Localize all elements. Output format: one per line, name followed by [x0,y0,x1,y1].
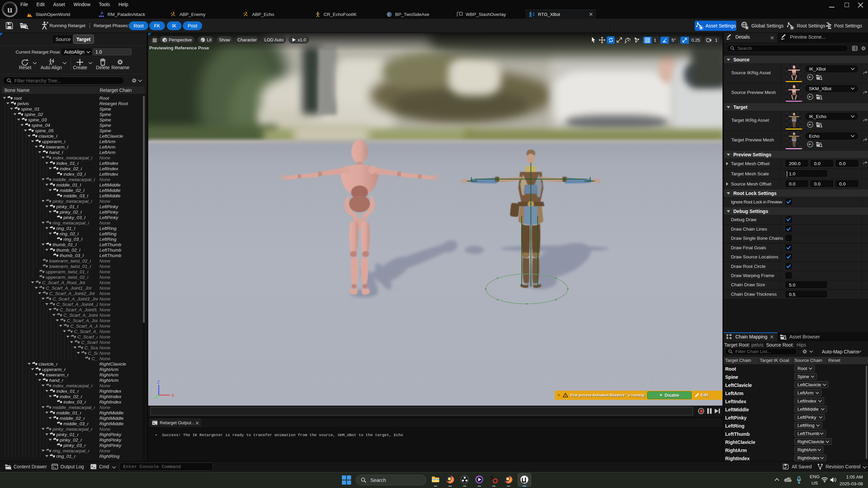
svg-text:Z: Z [157,379,160,385]
svg-text:X: X [171,393,174,398]
svg-text:u: u [7,4,12,15]
